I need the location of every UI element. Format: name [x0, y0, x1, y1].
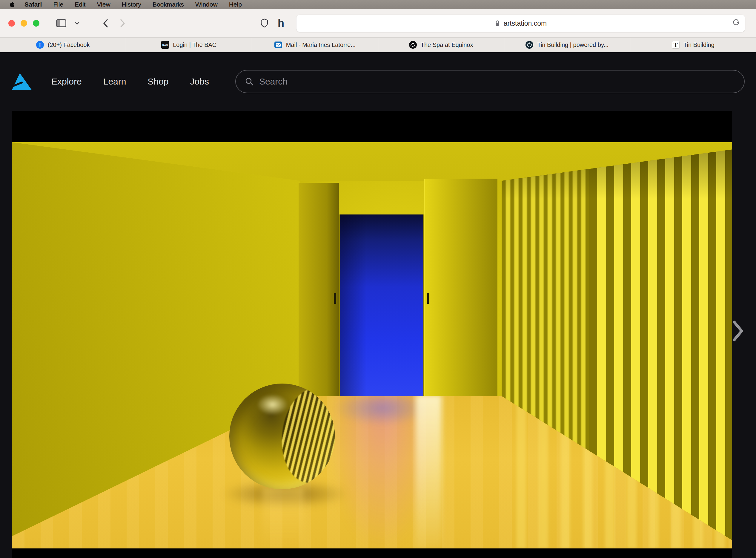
search-input[interactable] — [259, 76, 735, 86]
tab-facebook[interactable]: f (20+) Facebook — [0, 37, 126, 52]
scene-sphere-specular-highlight — [257, 394, 288, 415]
minimize-window-button[interactable] — [21, 20, 27, 27]
url-text: artstation.com — [504, 19, 547, 27]
macos-desktop: Safari File Edit View History Bookmarks … — [0, 0, 756, 558]
honey-extension-icon[interactable]: h — [278, 17, 284, 30]
scene-right-door-panel — [424, 179, 497, 402]
macos-menu-bar: Safari File Edit View History Bookmarks … — [0, 0, 756, 9]
site-nav: Explore Learn Shop Jobs — [51, 76, 209, 86]
carousel-next-icon[interactable] — [732, 320, 744, 342]
tab-tin-building[interactable]: T Tin Building — [630, 37, 756, 52]
tab-label: (20+) Facebook — [48, 42, 90, 48]
hero-letterbox-top — [12, 111, 732, 142]
scene-chrome-sphere — [229, 384, 335, 489]
tab-label: Tin Building — [683, 42, 714, 48]
menu-item-view[interactable]: View — [91, 0, 116, 9]
nav-explore[interactable]: Explore — [51, 76, 82, 86]
window-controls — [8, 20, 40, 27]
scene-blue-doorway — [339, 214, 424, 396]
back-button[interactable] — [103, 19, 108, 28]
corridor-render — [12, 142, 732, 549]
sidebar-chevron-down-icon[interactable] — [75, 22, 79, 25]
tin-building-spiral-icon — [525, 41, 533, 49]
menu-item-bookmarks[interactable]: Bookmarks — [147, 0, 190, 9]
tab-bac-login[interactable]: BAC Login | The BAC — [126, 37, 252, 52]
search-icon — [245, 77, 254, 86]
privacy-shield-icon[interactable] — [260, 19, 268, 28]
zoom-window-button[interactable] — [33, 20, 40, 27]
tab-tin-building-powered[interactable]: Tin Building | powered by... — [504, 37, 630, 52]
menu-item-safari[interactable]: Safari — [19, 0, 48, 9]
browser-toolbar: h artstation.com — [0, 9, 756, 37]
nav-shop[interactable]: Shop — [148, 76, 168, 86]
menu-item-edit[interactable]: Edit — [69, 0, 91, 9]
tab-label: Mail - Maria Ines Latorre... — [286, 42, 356, 48]
address-bar[interactable]: artstation.com — [296, 15, 745, 32]
hero-artwork[interactable] — [12, 111, 732, 558]
bac-icon: BAC — [161, 41, 169, 49]
scene-doorway-shadow — [340, 214, 423, 396]
artstation-logo-icon[interactable] — [12, 73, 32, 90]
reload-icon[interactable] — [732, 19, 740, 29]
outlook-mail-icon — [275, 41, 282, 49]
close-window-button[interactable] — [8, 20, 15, 27]
tab-label: Login | The BAC — [173, 42, 216, 48]
scene-sphere-reflection — [262, 487, 304, 549]
hero-letterbox-bottom — [12, 549, 732, 558]
tin-building-emblem-icon: T — [672, 41, 680, 49]
artstation-header: Explore Learn Shop Jobs — [0, 52, 756, 111]
sidebar-toggle-icon[interactable] — [56, 19, 66, 27]
scene-left-door-panel — [298, 183, 339, 399]
search-bar[interactable] — [235, 70, 745, 93]
menu-item-help[interactable]: Help — [223, 0, 247, 9]
apple-menu-icon[interactable] — [5, 1, 19, 7]
scene-right-door-handle — [427, 293, 429, 304]
nav-jobs[interactable]: Jobs — [190, 76, 209, 86]
tab-equinox-spa[interactable]: The Spa at Equinox — [378, 37, 504, 52]
nav-learn[interactable]: Learn — [103, 76, 126, 86]
scene-floor-bright-streak — [416, 395, 442, 549]
tab-label: The Spa at Equinox — [421, 42, 473, 48]
menu-item-window[interactable]: Window — [190, 0, 223, 9]
menu-item-file[interactable]: File — [48, 0, 69, 9]
tab-label: Tin Building | powered by... — [537, 42, 608, 48]
tab-bar: f (20+) Facebook BAC Login | The BAC Mai… — [0, 37, 756, 52]
menu-item-history[interactable]: History — [116, 0, 147, 9]
tab-mail[interactable]: Mail - Maria Ines Latorre... — [252, 37, 378, 52]
forward-button[interactable] — [120, 19, 125, 28]
facebook-icon: f — [36, 41, 44, 49]
scene-left-door-handle — [334, 293, 336, 304]
lock-icon — [495, 20, 500, 27]
equinox-icon — [409, 41, 417, 49]
